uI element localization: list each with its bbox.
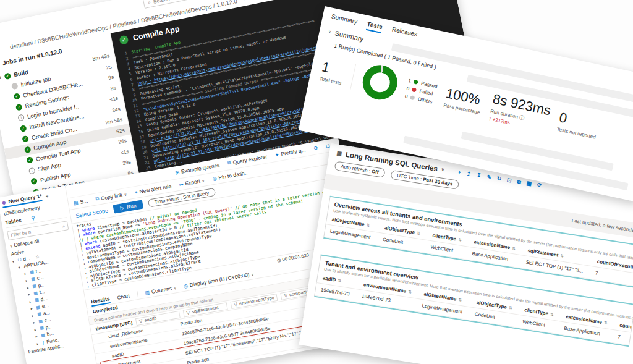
grid-icon: ⊞ bbox=[175, 169, 180, 176]
status-icon bbox=[11, 82, 19, 90]
settings-button[interactable]: ⚙ bbox=[313, 145, 318, 151]
search-placeholder: Search bbox=[153, 0, 170, 4]
chevron-down-icon[interactable]: ∨ bbox=[441, 167, 444, 172]
job-duration: 26s bbox=[118, 137, 127, 145]
legend-count: 0 bbox=[406, 85, 410, 91]
pin-icon: ◎ bbox=[212, 176, 217, 182]
sort-icon[interactable]: ⇅ bbox=[550, 312, 554, 317]
expand-icon[interactable]: ⊡ bbox=[506, 177, 512, 184]
job-duration: 29s bbox=[122, 159, 131, 167]
move-down-icon[interactable]: ↧ bbox=[476, 172, 482, 179]
table-icon: ▦ bbox=[33, 290, 38, 296]
job-duration: 24s bbox=[111, 106, 121, 114]
tab-chart[interactable]: Chart bbox=[116, 292, 130, 300]
export-icon: ↦ bbox=[179, 181, 184, 187]
success-icon: ✓ bbox=[26, 156, 33, 164]
tab-tests[interactable]: Tests bbox=[366, 20, 383, 33]
legend-count: 1 bbox=[408, 77, 412, 83]
wand-icon: ✦ bbox=[274, 151, 279, 158]
donut-legend: 1Passed0Failed0Others bbox=[404, 77, 438, 104]
run-label: Run bbox=[126, 202, 137, 210]
sort-icon[interactable]: ⇅ bbox=[603, 321, 608, 326]
auto-refresh-pill[interactable]: Auto refresh : Off bbox=[334, 161, 385, 178]
job-duration: 8s bbox=[110, 85, 117, 92]
results-donut-chart bbox=[360, 62, 401, 103]
refresh-icon[interactable]: ↻ bbox=[496, 175, 502, 182]
table-icon: ▦ bbox=[31, 276, 36, 282]
job-duration: <1s bbox=[109, 95, 119, 103]
info-icon: i bbox=[17, 114, 25, 122]
label: Prettify q... bbox=[281, 146, 307, 157]
export-button[interactable]: ↦Export∨ bbox=[179, 177, 205, 188]
link-icon: ⧉ bbox=[95, 196, 100, 203]
build-label: Build bbox=[13, 69, 28, 78]
gear-icon: ⚙ bbox=[313, 145, 318, 151]
breadcrumb-more-icon[interactable]: ⋯ bbox=[242, 0, 250, 2]
tab-summary[interactable]: Summary bbox=[330, 13, 358, 28]
add-icon[interactable]: + bbox=[457, 169, 462, 176]
job-duration: <1s bbox=[120, 148, 130, 156]
sort-icon[interactable]: ⇅ bbox=[512, 246, 516, 251]
legend-label: Passed bbox=[421, 80, 438, 89]
play-icon: ▷ bbox=[120, 205, 125, 211]
sort-icon[interactable]: ⇅ bbox=[508, 305, 512, 310]
move-up-icon[interactable]: ↥ bbox=[466, 170, 472, 177]
sort-icon[interactable]: ⇅ bbox=[338, 278, 342, 283]
table-icon: ▦ bbox=[36, 305, 41, 310]
star-icon[interactable]: ☆ bbox=[35, 253, 41, 260]
legend-label: Others bbox=[417, 96, 433, 104]
info-icon: i bbox=[28, 167, 36, 174]
save-button[interactable]: ▤S... bbox=[73, 198, 88, 206]
query-explorer-icon: ⧉ bbox=[227, 160, 231, 167]
new-tab-button[interactable]: + bbox=[45, 193, 49, 200]
chevron-down-icon[interactable]: ∨ bbox=[328, 29, 332, 35]
table-icon: ▦ bbox=[35, 297, 40, 303]
chevron-down-icon: ∨ bbox=[124, 192, 127, 197]
total-tests-metric: 1 Total tests bbox=[319, 59, 346, 86]
legend-count: 0 bbox=[404, 93, 408, 99]
pass-percentage-metric: 100% Pass percentage bbox=[443, 85, 484, 116]
sort-icon[interactable]: ⇅ bbox=[458, 237, 462, 242]
success-icon: ✓ bbox=[24, 146, 32, 153]
sort-icon[interactable]: ⇅ bbox=[417, 231, 421, 235]
success-icon: ✓ bbox=[20, 125, 27, 132]
reset-icon[interactable]: ⟳ bbox=[537, 181, 542, 188]
sort-icon[interactable]: ⇅ bbox=[458, 297, 462, 302]
dashboard-icon: ▦ bbox=[336, 150, 342, 157]
legend-dot bbox=[410, 95, 415, 100]
filter-icon: ▽ bbox=[138, 318, 143, 324]
sort-icon[interactable]: ⇅ bbox=[408, 289, 412, 294]
legend-dot bbox=[412, 87, 417, 92]
chevron-down-icon: ∨ bbox=[202, 178, 205, 183]
label: Copy link bbox=[100, 192, 122, 201]
save-icon: ▤ bbox=[73, 200, 79, 206]
copy-icon[interactable]: ⧉ bbox=[517, 178, 522, 185]
table-icon: ▦ bbox=[32, 284, 37, 289]
edit-icon[interactable]: ✎ bbox=[486, 173, 491, 180]
sort-icon[interactable]: ⇅ bbox=[560, 253, 564, 258]
label: S... bbox=[80, 198, 88, 205]
table-icon: ▦ bbox=[38, 318, 43, 324]
connection-icon[interactable]: ⚲ bbox=[31, 214, 36, 221]
table-icon: ▦ bbox=[30, 269, 35, 275]
tab-label: New Query 1* bbox=[8, 193, 43, 205]
tab-releases[interactable]: Releases bbox=[391, 26, 418, 41]
chevron-down-icon: ∨ bbox=[0, 75, 2, 80]
info-icon[interactable]: ⓘ bbox=[519, 114, 525, 121]
filter-placeholder: Filter by n bbox=[11, 229, 32, 239]
clock-icon: ◷ bbox=[183, 282, 188, 289]
job-duration: 52s bbox=[116, 127, 125, 135]
table-icon: ▦ bbox=[41, 332, 46, 338]
tab-tables[interactable]: Tables bbox=[5, 217, 22, 226]
success-icon: ✓ bbox=[4, 72, 11, 80]
query-icon: ◈ bbox=[1, 199, 6, 206]
search-icon: ⌕ bbox=[62, 222, 66, 229]
table-icon: ▦ bbox=[37, 311, 42, 317]
columns-icon: ▥ bbox=[145, 289, 150, 295]
grid-icon[interactable]: ▦ bbox=[526, 180, 532, 187]
success-icon: ✓ bbox=[22, 135, 29, 143]
job-duration: 2s bbox=[106, 63, 113, 70]
prettify-button[interactable]: ✦Prettify q... bbox=[274, 146, 306, 158]
label: Export bbox=[185, 178, 201, 187]
sort-icon[interactable]: ⇅ bbox=[366, 222, 370, 227]
